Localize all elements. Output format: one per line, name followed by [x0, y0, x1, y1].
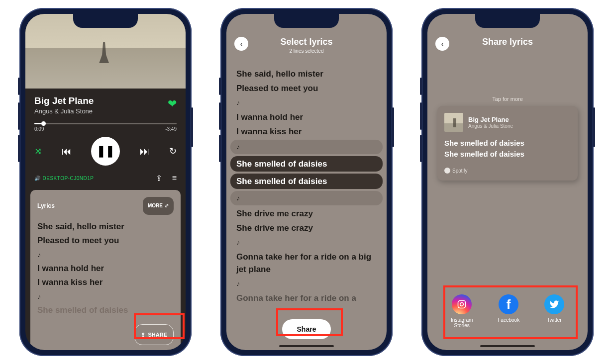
lyric-line[interactable]: She said, hello mister	[37, 220, 174, 234]
card-artist: Angus & Julia Stone	[468, 123, 513, 129]
lyrics-select-list[interactable]: She said, hello misterPleased to meet yo…	[226, 59, 387, 319]
home-indicator	[480, 345, 535, 347]
lyric-select-line[interactable]: Gonna take her for a ride on a big jet p…	[236, 251, 377, 275]
lyric-select-line[interactable]: She said, hello mister	[236, 68, 377, 80]
select-lyrics-screen: ‹ Select lyrics 2 lines selected She sai…	[226, 14, 387, 350]
chevron-left-icon: ‹	[441, 40, 444, 48]
card-song-title: Big Jet Plane	[468, 116, 513, 123]
pause-icon: ❚❚	[97, 145, 114, 158]
home-indicator	[279, 345, 334, 347]
lyric-note: ♪	[37, 289, 174, 303]
card-lyric-line: She smelled of daisies	[444, 149, 571, 160]
time-remaining: -3:49	[165, 126, 177, 132]
artist-name: Angus & Julia Stone	[34, 107, 94, 115]
lyrics-heading: Lyrics	[37, 199, 55, 213]
select-lyrics-title: Select lyrics	[226, 37, 387, 47]
lyric-select-line[interactable]: She smelled of daisies	[230, 156, 383, 172]
seek-bar[interactable]	[34, 123, 177, 124]
lyric-line[interactable]: I wanna hold her	[37, 262, 174, 275]
connect-device[interactable]: 🔊 DESKTOP-CJ0ND1P	[34, 176, 94, 181]
tutorial-highlight-1	[134, 313, 185, 339]
phone-frame-2: ‹ Select lyrics 2 lines selected She sai…	[220, 8, 393, 356]
device-label: DESKTOP-CJ0ND1P	[43, 176, 94, 181]
lyric-select-line[interactable]: I wanna hold her	[236, 111, 377, 123]
lyric-line[interactable]: Pleased to meet you	[37, 234, 174, 248]
like-heart-icon[interactable]: ❤	[168, 97, 177, 110]
share-icon[interactable]: ⇪	[156, 174, 162, 183]
lyric-note: ♪	[37, 248, 174, 262]
repeat-icon[interactable]: ↻	[169, 146, 177, 157]
lyric-select-line[interactable]: She drive me crazy	[236, 222, 377, 234]
lyric-select-line[interactable]: I wanna kiss her	[236, 125, 377, 138]
album-thumbnail	[444, 113, 463, 132]
lyric-select-line[interactable]: She drive me crazy	[236, 207, 377, 220]
shuffle-icon[interactable]: ⤨	[34, 146, 42, 157]
tutorial-highlight-3	[443, 285, 578, 339]
next-track-icon[interactable]: ⏭	[140, 146, 150, 157]
tutorial-highlight-2	[276, 308, 343, 336]
lyric-select-line[interactable]: Pleased to meet you	[236, 82, 377, 94]
song-title: Big Jet Plane	[34, 95, 94, 106]
lyric-select-line[interactable]: Gonna take her for a ride on a	[236, 292, 377, 304]
lyric-line[interactable]: I wanna kiss her	[37, 275, 174, 289]
phone-frame-1: Big Jet Plane Angus & Julia Stone ❤ 0:09…	[19, 8, 192, 356]
tap-for-more-hint[interactable]: Tap for more	[427, 96, 588, 102]
lyric-select-line[interactable]: She smelled of daisies	[230, 174, 383, 189]
share-preview-card[interactable]: Big Jet Plane Angus & Julia Stone She sm…	[437, 106, 578, 181]
phone-frame-3: ‹ Share lyrics Tap for more Big Jet Plan…	[421, 8, 594, 356]
card-lyric-line: She smelled of daisies	[444, 138, 571, 149]
queue-icon[interactable]: ≡	[172, 174, 177, 183]
time-elapsed: 0:09	[34, 126, 44, 132]
lyrics-more-button[interactable]: MORE⤢	[143, 197, 174, 215]
previous-track-icon[interactable]: ⏮	[62, 146, 72, 157]
lyric-select-line[interactable]: ♪	[236, 236, 377, 249]
lyric-select-line[interactable]: ♪	[230, 140, 383, 154]
lyric-select-line[interactable]: ♪	[230, 191, 383, 205]
lyric-select-line[interactable]: ♪	[236, 96, 377, 109]
selection-count: 2 lines selected	[226, 48, 387, 54]
speaker-icon: 🔊	[34, 176, 41, 181]
chevron-left-icon: ‹	[240, 40, 243, 48]
expand-icon: ⤢	[165, 199, 169, 213]
pause-button[interactable]: ❚❚	[91, 137, 120, 166]
provider-badge: Spotify	[444, 168, 571, 174]
share-lyrics-title: Share lyrics	[427, 37, 588, 47]
spotify-icon	[444, 168, 450, 174]
back-button[interactable]: ‹	[435, 37, 449, 51]
now-playing-screen: Big Jet Plane Angus & Julia Stone ❤ 0:09…	[25, 14, 186, 350]
lyric-select-line[interactable]: ♪	[236, 277, 377, 290]
